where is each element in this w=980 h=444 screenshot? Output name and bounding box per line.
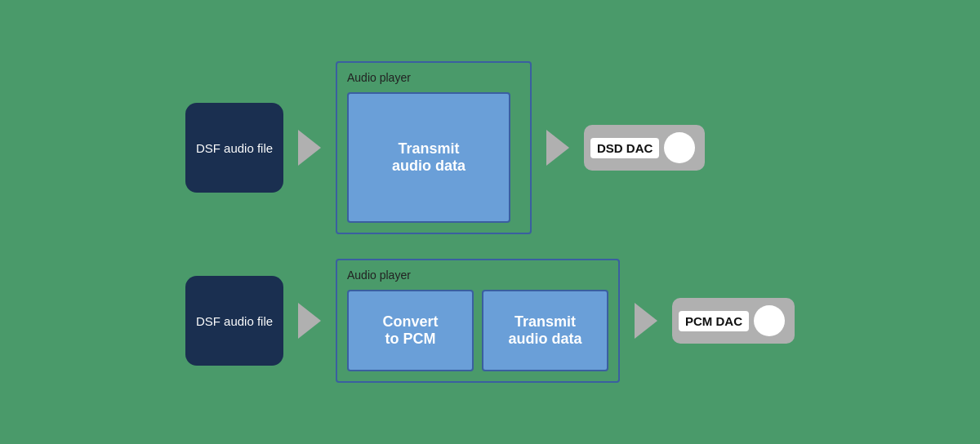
row-2: DSF audio file Audio player Convert to P…	[185, 259, 795, 383]
dsf-file-2: DSF audio file	[185, 276, 283, 366]
convert-box: Convert to PCM	[347, 290, 474, 371]
audio-player-label-2: Audio player	[347, 269, 608, 282]
row-1: DSF audio file Audio player Transmit aud…	[185, 61, 705, 234]
dsf-file-1: DSF audio file	[185, 103, 283, 193]
dsd-dac: DSD DAC	[584, 125, 705, 171]
arrow-3	[298, 303, 321, 339]
transmit-label-1: Transmit audio data	[392, 140, 466, 175]
dsf-file-label-1: DSF audio file	[196, 141, 273, 155]
arrow-1	[298, 130, 321, 166]
dsd-dac-circle	[664, 132, 695, 163]
convert-label: Convert to PCM	[382, 313, 438, 348]
dsf-file-label-2: DSF audio file	[196, 314, 273, 328]
pcm-dac-label: PCM DAC	[679, 311, 749, 331]
inner-boxes-1: Transmit audio data	[347, 92, 520, 223]
audio-player-box-2: Audio player Convert to PCM Transmit aud…	[336, 259, 620, 383]
arrow-2	[546, 130, 569, 166]
transmit-label-2: Transmit audio data	[508, 313, 581, 348]
audio-player-box-1: Audio player Transmit audio data	[336, 61, 532, 234]
arrow-4	[635, 303, 657, 339]
pcm-dac: PCM DAC	[672, 298, 795, 344]
audio-player-label-1: Audio player	[347, 71, 520, 84]
diagram-container: DSF audio file Audio player Transmit aud…	[153, 45, 827, 399]
transmit-box-2: Transmit audio data	[482, 290, 608, 371]
inner-boxes-2: Convert to PCM Transmit audio data	[347, 290, 608, 371]
transmit-box-1: Transmit audio data	[347, 92, 510, 223]
pcm-dac-circle	[754, 305, 785, 336]
dsd-dac-label: DSD DAC	[590, 138, 659, 158]
